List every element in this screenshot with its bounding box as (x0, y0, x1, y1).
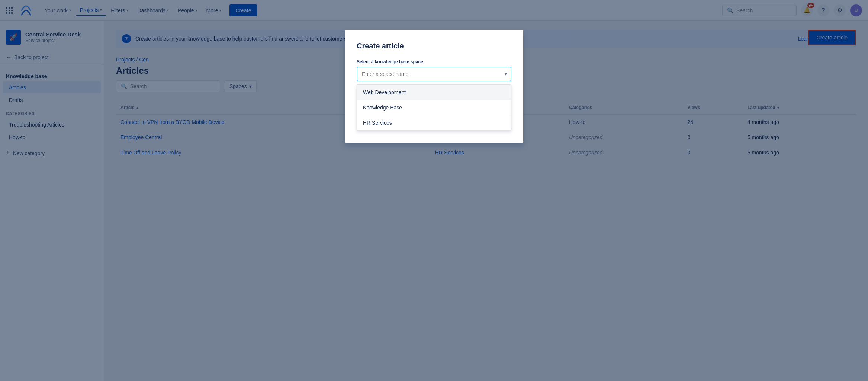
modal-label: Select a knowledge base space (357, 59, 511, 64)
dropdown-option-knowledge-base[interactable]: Knowledge Base (357, 100, 511, 115)
dropdown-option-web-development[interactable]: Web Development (357, 85, 511, 100)
modal-overlay[interactable]: Create article Select a knowledge base s… (0, 0, 868, 381)
modal-title: Create article (357, 42, 511, 50)
dropdown-option-hr-services[interactable]: HR Services (357, 115, 511, 130)
space-dropdown: Web Development Knowledge Base HR Servic… (357, 84, 511, 131)
create-article-modal: Create article Select a knowledge base s… (345, 30, 523, 143)
space-select-wrapper: ▾ (357, 67, 511, 81)
space-name-input[interactable] (357, 67, 511, 81)
